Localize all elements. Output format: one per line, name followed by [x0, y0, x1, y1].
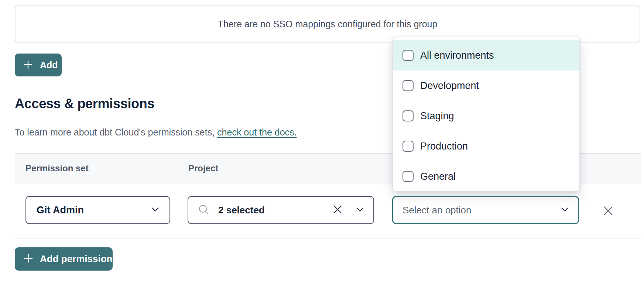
project-selected-count: 2 selected: [218, 205, 333, 216]
option-label: General: [420, 171, 456, 182]
page-title: Access & permissions: [15, 96, 154, 111]
checkbox[interactable]: [402, 171, 414, 182]
dropdown-option[interactable]: Development: [393, 71, 579, 101]
x-clear-icon[interactable]: [333, 205, 343, 216]
dropdown-option[interactable]: Production: [393, 131, 579, 161]
add-permission-button[interactable]: Add permission: [15, 247, 113, 271]
group-settings-page: There are no SSO mappings configured for…: [0, 0, 644, 285]
option-label: Staging: [420, 110, 454, 122]
row-divider: [15, 238, 641, 238]
permission-set-value: Git Admin: [37, 205, 84, 216]
add-button-label: Add: [40, 60, 58, 71]
dropdown-option[interactable]: General: [393, 161, 579, 192]
option-label: All environments: [420, 50, 494, 61]
chevron-down-icon: [356, 207, 364, 213]
checkbox[interactable]: [402, 50, 414, 61]
chevron-down-icon: [561, 207, 569, 213]
description-text: To learn more about dbt Cloud's permissi…: [15, 127, 217, 137]
checkbox[interactable]: [402, 141, 414, 152]
checkbox[interactable]: [402, 110, 414, 121]
option-label: Development: [420, 80, 479, 92]
sso-empty-message: There are no SSO mappings configured for…: [218, 19, 438, 30]
plus-icon: [23, 60, 33, 71]
add-sso-mapping-button[interactable]: Add: [15, 54, 62, 76]
permissions-description: To learn more about dbt Cloud's permissi…: [15, 127, 297, 138]
option-label: Production: [420, 141, 468, 152]
search-icon: [198, 204, 209, 217]
environment-dropdown-menu: All environments Development Staging Pro…: [393, 37, 580, 192]
column-header-permission-set: Permission set: [25, 154, 89, 183]
add-permission-label: Add permission: [40, 253, 112, 265]
plus-icon: [24, 254, 33, 264]
dropdown-option[interactable]: All environments: [393, 40, 579, 71]
column-header-project: Project: [188, 154, 218, 183]
environment-select-placeholder: Select an option: [402, 205, 471, 216]
environment-select[interactable]: Select an option: [392, 196, 579, 224]
x-remove-icon[interactable]: [603, 206, 613, 216]
project-multiselect[interactable]: 2 selected: [188, 196, 374, 224]
chevron-down-icon: [151, 207, 159, 213]
permission-set-select[interactable]: Git Admin: [25, 196, 170, 224]
checkbox[interactable]: [402, 80, 414, 91]
docs-link[interactable]: check out the docs.: [217, 127, 297, 137]
dropdown-option[interactable]: Staging: [393, 101, 579, 131]
